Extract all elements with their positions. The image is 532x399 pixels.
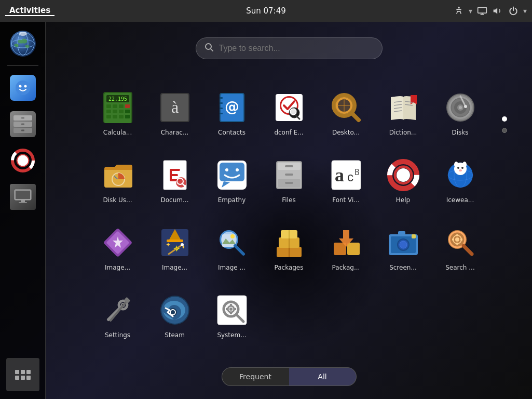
app-character-map[interactable]: à Charac... <box>146 75 203 141</box>
svg-point-111 <box>181 243 184 246</box>
search-bar[interactable] <box>196 37 383 59</box>
svg-rect-25 <box>106 110 111 113</box>
topbar-left: Activities <box>5 6 54 16</box>
topbar: Activities Sun 07:49 ▾ <box>0 0 532 22</box>
svg-text:c: c <box>347 170 353 184</box>
app-image-magick[interactable]: Image... <box>89 210 146 276</box>
svg-point-69 <box>464 105 467 108</box>
app-dconf[interactable]: dconf E... <box>261 75 318 141</box>
svg-rect-154 <box>230 304 232 305</box>
app-label-contacts: Contacts <box>218 129 245 136</box>
accessibility-icon[interactable] <box>453 5 465 17</box>
sidebar-item-empathy[interactable] <box>6 71 39 104</box>
app-document-viewer[interactable]: Docum... <box>146 142 203 209</box>
svg-rect-24 <box>125 104 130 108</box>
font-icon: a c B <box>328 157 364 193</box>
svg-rect-124 <box>347 243 360 255</box>
app-disks[interactable]: Disks <box>432 75 489 141</box>
svg-rect-30 <box>113 115 117 118</box>
app-iceweazel[interactable]: Icewea... <box>432 142 489 209</box>
app-calculator[interactable]: 22,195 <box>89 75 146 141</box>
scroll-dot-1[interactable] <box>502 116 507 122</box>
empathy-icon <box>214 157 250 193</box>
app-system[interactable]: System... <box>203 277 261 344</box>
svg-rect-155 <box>230 313 232 314</box>
dot-5 <box>21 376 25 380</box>
tab-frequent[interactable]: Frequent <box>222 367 289 386</box>
app-label-disks: Disks <box>452 129 468 136</box>
sidebar-item-help[interactable] <box>6 144 39 177</box>
app-screenshot[interactable]: Screen... <box>375 210 432 276</box>
svg-rect-21 <box>106 104 111 108</box>
sidebar-apps-grid-button[interactable] <box>6 358 39 391</box>
iceweazel-icon <box>442 157 479 193</box>
svg-point-49 <box>291 109 296 114</box>
document-icon <box>157 157 193 193</box>
search-tool-icon <box>442 224 479 261</box>
svg-point-6 <box>19 85 21 88</box>
activities-button[interactable]: Activities <box>5 6 54 16</box>
app-steam[interactable]: Steam <box>146 277 203 344</box>
dot-6 <box>26 376 31 380</box>
svg-point-7 <box>24 85 26 88</box>
apps-grid-container: 22,195 <box>87 75 492 345</box>
power-icon[interactable] <box>508 5 519 17</box>
scroll-indicators <box>502 116 507 133</box>
power-arrow[interactable]: ▾ <box>523 7 527 15</box>
app-image-viewer[interactable]: Image ... <box>203 210 261 276</box>
app-empathy[interactable]: Empathy <box>203 142 261 209</box>
desktop-search-icon <box>328 89 364 126</box>
sidebar-item-files[interactable] <box>6 108 39 141</box>
app-contacts[interactable]: @ Contacts <box>203 75 261 141</box>
app-settings[interactable]: Settings <box>89 277 146 344</box>
svg-point-11 <box>18 155 28 166</box>
image-magick-icon <box>100 224 136 261</box>
volume-icon[interactable] <box>492 5 503 17</box>
svg-rect-138 <box>456 243 458 245</box>
app-packages[interactable]: Packages <box>261 210 318 276</box>
svg-rect-83 <box>285 165 293 167</box>
tab-all[interactable]: All <box>289 367 357 386</box>
app-packagekit[interactable]: Packag... <box>318 210 375 276</box>
scroll-dot-2[interactable] <box>502 128 507 133</box>
app-label-help: Help <box>396 196 410 204</box>
sidebar-item-monitor[interactable] <box>6 180 39 214</box>
content-area: 22,195 <box>46 22 532 399</box>
accessibility-arrow[interactable]: ▾ <box>469 7 472 15</box>
svg-rect-27 <box>119 110 124 113</box>
svg-rect-13 <box>16 191 30 199</box>
search-input[interactable] <box>219 44 374 53</box>
topbar-clock: Sun 07:49 <box>246 6 286 16</box>
app-font-viewer[interactable]: a c B Font Vi... <box>318 142 375 209</box>
app-help[interactable]: Help <box>375 142 432 209</box>
app-label-charmap: Charac... <box>161 129 189 136</box>
app-label-calculator: Calcula... <box>103 129 132 136</box>
svg-rect-156 <box>226 308 227 310</box>
svg-point-78 <box>236 168 239 171</box>
svg-line-116 <box>235 246 243 254</box>
svg-point-98 <box>457 167 459 169</box>
svg-rect-137 <box>456 234 458 236</box>
svg-rect-22 <box>113 104 117 108</box>
svg-text:a: a <box>335 165 344 185</box>
app-search-tool[interactable]: Search ... <box>432 210 489 276</box>
app-dictionary[interactable]: Diction... <box>375 75 432 141</box>
app-disk-usage[interactable]: Disk Us... <box>89 142 146 209</box>
app-label-settings: Settings <box>105 331 130 339</box>
svg-text:✦: ✦ <box>166 241 171 248</box>
app-image-viewer2[interactable]: ✦ ✦ ✦ Image... <box>146 210 203 276</box>
topbar-right: ▾ ▾ <box>453 5 527 17</box>
calculator-icon: 22,195 <box>100 89 136 126</box>
screen-icon[interactable] <box>476 5 488 17</box>
svg-rect-28 <box>125 110 130 113</box>
app-files[interactable]: Files <box>261 142 318 209</box>
app-label-image-viewer2: Image... <box>162 264 187 271</box>
app-desktop-search[interactable]: Deskto... <box>318 75 375 141</box>
sidebar-item-network[interactable] <box>6 27 39 60</box>
dots-grid <box>15 370 31 380</box>
svg-point-100 <box>454 162 458 168</box>
app-label-dconf: dconf E... <box>274 129 303 136</box>
system-icon <box>214 292 250 328</box>
help-icon <box>385 157 421 193</box>
search-bar-wrap <box>196 37 383 59</box>
